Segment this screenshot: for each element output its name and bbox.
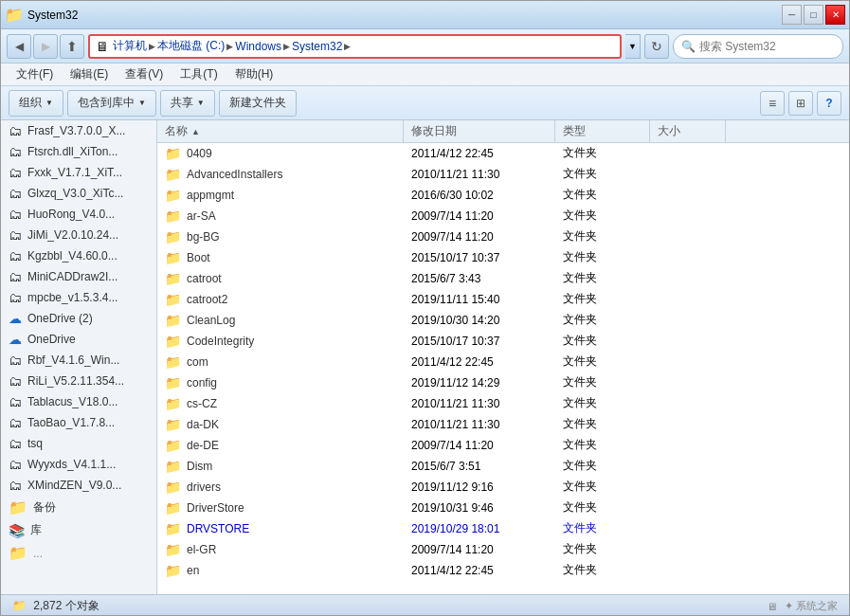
folder-icon: 📁 xyxy=(165,292,181,307)
breadcrumb-windows[interactable]: Windows xyxy=(235,40,281,53)
file-name-cell: 📁 bg-BG xyxy=(157,229,404,245)
menu-help[interactable]: 帮助(H) xyxy=(227,64,281,84)
table-row[interactable]: 📁 config 2019/11/12 14:29 文件夹 xyxy=(157,372,849,393)
sidebar-item[interactable]: 🗂 XMindZEN_V9.0... xyxy=(1,475,156,496)
sidebar-item[interactable]: 🗂 Glxzq_V3.0_XiTc... xyxy=(1,183,156,204)
menu-file[interactable]: 文件(F) xyxy=(9,64,61,84)
minimize-button[interactable]: ─ xyxy=(782,5,802,25)
file-date-cell: 2019/11/12 14:29 xyxy=(404,376,555,390)
app-icon: 🗂 xyxy=(9,207,22,222)
file-name-text: config xyxy=(187,376,217,390)
sidebar-item-library[interactable]: 📚 库 xyxy=(1,519,156,541)
sidebar-item[interactable]: 🗂 Wyyxds_V4.1.1... xyxy=(1,454,156,475)
sidebar-item[interactable]: 🗂 JiMi_V2.0.10.24... xyxy=(1,225,156,245)
table-row[interactable]: 📁 Dism 2015/6/7 3:51 文件夹 xyxy=(157,456,849,477)
file-type-cell: 文件夹 xyxy=(555,520,650,536)
file-date-cell: 2019/11/11 15:40 xyxy=(404,293,555,306)
table-row[interactable]: 📁 da-DK 2010/11/21 11:30 文件夹 xyxy=(157,414,849,435)
table-row[interactable]: 📁 0409 2011/4/12 22:45 文件夹 xyxy=(157,143,849,164)
table-row[interactable]: 📁 catroot2 2019/11/11 15:40 文件夹 xyxy=(157,289,849,310)
app-icon: 🗂 xyxy=(9,373,22,389)
new-folder-button[interactable]: 新建文件夹 xyxy=(219,90,297,117)
share-button[interactable]: 共享 ▼ xyxy=(160,90,215,117)
include-library-button[interactable]: 包含到库中 ▼ xyxy=(67,90,156,117)
file-type-cell: 文件夹 xyxy=(555,312,650,328)
sidebar-item-more[interactable]: 📁 ... xyxy=(1,541,156,565)
col-header-size[interactable]: 大小 xyxy=(650,120,726,142)
sidebar-item[interactable]: 🗂 Frasf_V3.7.0.0_X... xyxy=(1,120,156,141)
forward-button[interactable]: ▶ xyxy=(33,34,58,59)
sidebar-item[interactable]: 🗂 HuoRong_V4.0... xyxy=(1,204,156,225)
sidebar-item[interactable]: 🗂 Ftsrch.dll_XiTon... xyxy=(1,141,156,162)
view-toggle-button[interactable]: ⊞ xyxy=(788,91,813,116)
table-row[interactable]: 📁 de-DE 2009/7/14 11:20 文件夹 xyxy=(157,435,849,456)
breadcrumb-drive[interactable]: 本地磁盘 (C:) xyxy=(157,38,225,54)
table-row[interactable]: 📁 DriverStore 2019/10/31 9:46 文件夹 xyxy=(157,498,849,518)
table-row[interactable]: 📁 bg-BG 2009/7/14 11:20 文件夹 xyxy=(157,226,849,247)
back-button[interactable]: ◀ xyxy=(7,34,31,59)
app-icon: 🗂 xyxy=(9,478,22,493)
sidebar-item[interactable]: 🗂 MiniCADDraw2I... xyxy=(1,266,156,287)
close-button[interactable]: ✕ xyxy=(825,5,845,25)
organize-button[interactable]: 组织 ▼ xyxy=(9,90,63,117)
table-row[interactable]: 📁 com 2011/4/12 22:45 文件夹 xyxy=(157,352,849,372)
sidebar-item-onedrive[interactable]: ☁ OneDrive xyxy=(1,329,156,350)
col-header-date[interactable]: 修改日期 xyxy=(404,120,555,142)
col-header-type[interactable]: 类型 xyxy=(555,120,650,142)
menubar: 文件(F) 编辑(E) 查看(V) 工具(T) 帮助(H) xyxy=(1,63,849,86)
menu-view[interactable]: 查看(V) xyxy=(118,64,171,84)
up-button[interactable]: ⬆ xyxy=(60,34,84,59)
file-name-cell: 📁 Boot xyxy=(157,250,404,265)
col-header-name[interactable]: 名称 ▲ xyxy=(157,120,404,142)
search-input[interactable] xyxy=(699,40,841,53)
table-row[interactable]: 📁 drivers 2019/11/12 9:16 文件夹 xyxy=(157,477,849,498)
file-name-cell: 📁 en xyxy=(157,563,404,578)
maximize-button[interactable]: □ xyxy=(804,5,823,25)
file-type-cell: 文件夹 xyxy=(555,541,650,557)
sidebar-item[interactable]: 🗂 Kgzbbl_V4.60.0... xyxy=(1,245,156,266)
folder-icon: 📁 xyxy=(9,544,27,562)
table-row[interactable]: 📁 catroot 2015/6/7 3:43 文件夹 xyxy=(157,268,849,289)
sidebar-item-onedrive2[interactable]: ☁ OneDrive (2) xyxy=(1,308,156,329)
table-row[interactable]: 📁 ar-SA 2009/7/14 11:20 文件夹 xyxy=(157,206,849,226)
sidebar-item[interactable]: 🗂 Tablacus_V18.0... xyxy=(1,391,156,412)
table-row[interactable]: 📁 DRVSTORE 2019/10/29 18:01 文件夹 xyxy=(157,518,849,539)
file-date-cell: 2019/10/31 9:46 xyxy=(404,501,555,515)
breadcrumb-computer[interactable]: 计算机 xyxy=(113,38,147,54)
sidebar-item[interactable]: 🗂 TaoBao_V1.7.8... xyxy=(1,412,156,433)
breadcrumb-system32[interactable]: System32 xyxy=(292,40,342,53)
sidebar-item[interactable]: 🗂 Fxxk_V1.7.1_XiT... xyxy=(1,162,156,183)
table-row[interactable]: 📁 en 2011/4/12 22:45 文件夹 xyxy=(157,560,849,581)
sidebar-item-backup[interactable]: 📁 备份 xyxy=(1,496,156,519)
table-row[interactable]: 📁 el-GR 2009/7/14 11:20 文件夹 xyxy=(157,539,849,560)
addressbar-area: ◀ ▶ ⬆ 🖥 计算机 ▶ 本地磁盘 (C:) ▶ Windows ▶ Syst… xyxy=(1,29,849,63)
table-row[interactable]: 📁 appmgmt 2016/6/30 10:02 文件夹 xyxy=(157,185,849,206)
table-row[interactable]: 📁 cs-CZ 2010/11/21 11:30 文件夹 xyxy=(157,393,849,414)
view-list-button[interactable]: ≡ xyxy=(760,91,785,116)
sidebar-item[interactable]: 🗂 RiLi_V5.2.11.354... xyxy=(1,371,156,391)
help-button[interactable]: ? xyxy=(817,91,841,116)
file-date-cell: 2015/6/7 3:43 xyxy=(404,272,555,285)
file-name-cell: 📁 CodeIntegrity xyxy=(157,334,404,349)
table-row[interactable]: 📁 CodeIntegrity 2015/10/17 10:37 文件夹 xyxy=(157,331,849,352)
sidebar-item[interactable]: 🗂 Rbf_V4.1.6_Win... xyxy=(1,350,156,371)
addressbar-box[interactable]: 🖥 计算机 ▶ 本地磁盘 (C:) ▶ Windows ▶ System32 ▶ xyxy=(88,34,622,59)
sidebar-item-tsq[interactable]: 🗂 tsq xyxy=(1,433,156,454)
file-name-text: da-DK xyxy=(187,418,219,431)
address-dropdown[interactable]: ▼ xyxy=(625,34,641,59)
menu-tools[interactable]: 工具(T) xyxy=(172,64,225,84)
file-date-cell: 2019/10/30 14:20 xyxy=(404,314,555,327)
table-row[interactable]: 📁 CleanLog 2019/10/30 14:20 文件夹 xyxy=(157,310,849,331)
file-date-cell: 2015/10/17 10:37 xyxy=(404,251,555,264)
file-name-text: DRVSTORE xyxy=(187,522,249,535)
table-row[interactable]: 📁 AdvancedInstallers 2010/11/21 11:30 文件… xyxy=(157,164,849,185)
file-name-text: Boot xyxy=(187,251,210,264)
menu-edit[interactable]: 编辑(E) xyxy=(63,64,116,84)
file-name-cell: 📁 catroot2 xyxy=(157,292,404,307)
refresh-button[interactable]: ↻ xyxy=(644,34,669,59)
app-icon: 🗂 xyxy=(9,165,22,180)
searchbar[interactable]: 🔍 xyxy=(673,34,843,59)
sidebar-item[interactable]: 🗂 mpcbe_v1.5.3.4... xyxy=(1,287,156,308)
file-name-text: appmgmt xyxy=(187,189,234,202)
table-row[interactable]: 📁 Boot 2015/10/17 10:37 文件夹 xyxy=(157,247,849,268)
